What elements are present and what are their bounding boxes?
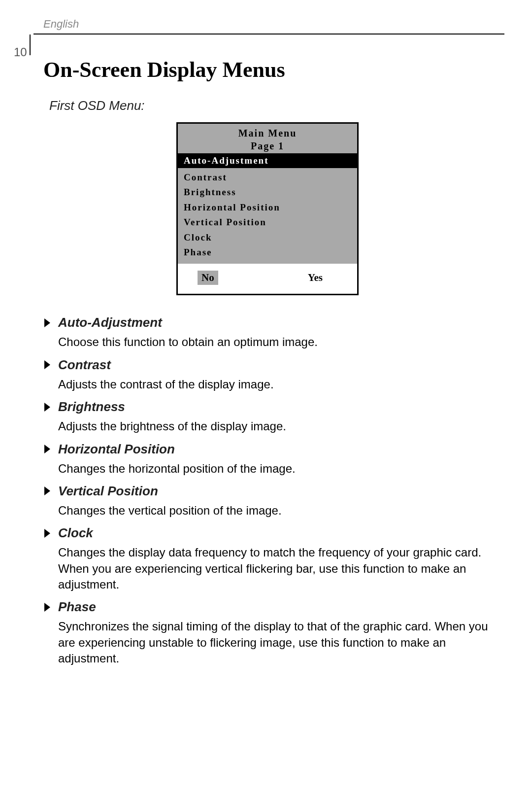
- description-block: Auto-Adjustment Choose this function to …: [43, 315, 504, 350]
- description-block: Vertical Position Changes the vertical p…: [43, 484, 504, 519]
- bullet-triangle-icon: [44, 486, 50, 495]
- bullet-triangle-icon: [44, 403, 50, 412]
- osd-header-line2: Page 1: [178, 139, 357, 152]
- description-title: Brightness: [58, 399, 125, 415]
- description-text: Choose this function to obtain an optimu…: [58, 334, 504, 350]
- osd-items-list: Contrast Brightness Horizontal Position …: [178, 168, 357, 264]
- osd-header-line1: Main Menu: [178, 127, 357, 139]
- osd-item: Phase: [184, 245, 351, 260]
- description-text: Synchronizes the signal timing of the di…: [58, 619, 504, 666]
- page-number: 10: [14, 45, 27, 59]
- description-title: Phase: [58, 599, 96, 615]
- section-subtitle: First OSD Menu:: [49, 98, 504, 113]
- header-rule: [33, 34, 504, 35]
- osd-header: Main Menu Page 1: [178, 124, 357, 153]
- description-title: Auto-Adjustment: [58, 315, 162, 330]
- page-tick: [30, 35, 31, 55]
- description-text: Adjusts the brightness of the display im…: [58, 418, 504, 434]
- osd-selected-item: Auto-Adjustment: [178, 153, 357, 168]
- osd-no-option: No: [198, 271, 218, 285]
- bullet-triangle-icon: [44, 529, 50, 538]
- description-title: Vertical Position: [58, 484, 158, 499]
- description-text: Adjusts the contrast of the display imag…: [58, 377, 504, 392]
- osd-item: Brightness: [184, 185, 351, 200]
- description-text: Changes the horizontal position of the i…: [58, 461, 504, 477]
- osd-item: Contrast: [184, 170, 351, 185]
- description-title: Clock: [58, 525, 93, 541]
- bullet-triangle-icon: [44, 360, 50, 369]
- bullet-triangle-icon: [44, 445, 50, 453]
- description-title: Horizontal Position: [58, 442, 175, 457]
- description-title: Contrast: [58, 357, 111, 373]
- osd-yes-option: Yes: [308, 272, 323, 284]
- osd-item: Clock: [184, 230, 351, 245]
- bullet-triangle-icon: [44, 603, 50, 612]
- description-block: Horizontal Position Changes the horizont…: [43, 442, 504, 477]
- description-text: Changes the display data frequency to ma…: [58, 545, 504, 592]
- osd-menu-box: Main Menu Page 1 Auto-Adjustment Contras…: [176, 122, 359, 295]
- description-block: Brightness Adjusts the brightness of the…: [43, 399, 504, 434]
- osd-item: Vertical Position: [184, 215, 351, 230]
- description-text: Changes the vertical position of the ima…: [58, 503, 504, 519]
- description-list: Auto-Adjustment Choose this function to …: [43, 315, 504, 666]
- osd-footer: No Yes: [178, 264, 357, 294]
- description-block: Contrast Adjusts the contrast of the dis…: [43, 357, 504, 392]
- description-block: Phase Synchronizes the signal timing of …: [43, 599, 504, 666]
- description-block: Clock Changes the display data frequency…: [43, 525, 504, 592]
- language-label: English: [43, 18, 532, 31]
- osd-item: Horizontal Position: [184, 200, 351, 215]
- bullet-triangle-icon: [44, 318, 50, 327]
- page-title: On-Screen Display Menus: [43, 57, 504, 82]
